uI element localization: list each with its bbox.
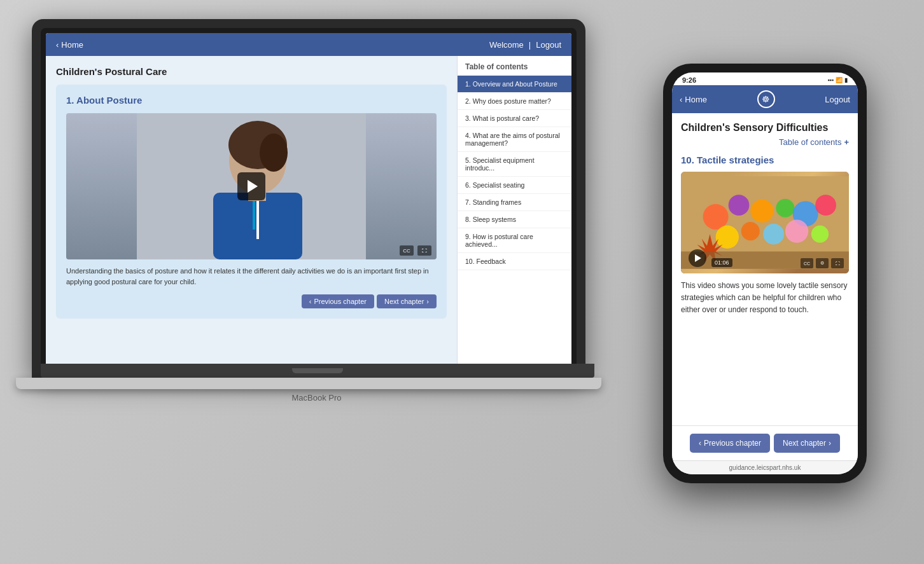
video-player[interactable]: CC ⛶	[66, 113, 437, 259]
chapter-title: 1. About Posture	[66, 95, 437, 106]
home-label: Home	[61, 40, 83, 50]
scene: ‹ Home Welcome | Logout Children's Postu…	[0, 0, 924, 564]
phone-url-text: guidance.leicspart.nhs.uk	[729, 464, 801, 471]
phone-home-link[interactable]: ‹ Home	[680, 95, 707, 104]
next-chapter-button[interactable]: Next chapter ›	[377, 294, 437, 308]
phone-fullscreen-icon[interactable]: ⛶	[831, 258, 844, 268]
toc-item-5[interactable]: 5. Specialist equipment introduc...	[458, 152, 571, 177]
laptop: ‹ Home Welcome | Logout Children's Postu…	[32, 19, 601, 402]
phone-status-bar: 9:26 ▪▪▪ 📶 ▮	[672, 72, 858, 85]
phone-chapter-description: This video shows you some lovely tactile…	[681, 280, 849, 317]
course-title: Children's Postural Care	[56, 66, 447, 77]
phone-toc-row: Table of contents +	[681, 137, 849, 147]
laptop-camera	[292, 368, 343, 373]
phone-previous-chapter-button[interactable]: ‹ Previous chapter	[690, 434, 770, 453]
user-actions: Welcome | Logout	[489, 40, 561, 50]
toc-item-8[interactable]: 8. Sleep systems	[458, 211, 571, 228]
course-card: 1. About Posture	[56, 85, 447, 319]
fullscreen-icon[interactable]: ⛶	[417, 245, 431, 256]
svg-point-13	[776, 199, 794, 217]
phone: 9:26 ▪▪▪ 📶 ▮ ‹ Home ☸ Logout	[663, 64, 867, 483]
svg-point-16	[716, 226, 739, 249]
laptop-brand: MacBook Pro	[32, 393, 601, 402]
svg-point-4	[260, 134, 288, 172]
phone-play-button[interactable]	[689, 249, 706, 267]
laptop-bezel: ‹ Home Welcome | Logout Children's Postu…	[41, 28, 577, 364]
battery-icon: ▮	[844, 77, 848, 83]
laptop-screen: ‹ Home Welcome | Logout Children's Postu…	[46, 33, 571, 364]
toc-item-9[interactable]: 9. How is postural care achieved...	[458, 228, 571, 253]
laptop-outer: ‹ Home Welcome | Logout Children's Postu…	[32, 19, 585, 378]
svg-point-19	[785, 219, 808, 242]
wifi-icon: 📶	[836, 77, 843, 83]
svg-point-12	[750, 200, 773, 223]
previous-label: Previous chapter	[314, 298, 367, 305]
logout-link[interactable]: Logout	[536, 40, 561, 50]
toc-item-6[interactable]: 6. Specialist seating	[458, 177, 571, 194]
toc-header: Table of contents	[458, 56, 571, 76]
phone-url-bar: guidance.leicspart.nhs.uk	[672, 460, 858, 474]
phone-previous-label: Previous chapter	[704, 439, 761, 448]
phone-video-controls: CC ⚙ ⛶	[801, 258, 844, 268]
video-controls: CC ⛶	[400, 245, 431, 256]
phone-cc-icon[interactable]: CC	[801, 258, 813, 268]
phone-course-title: Children's Sensory Difficulties	[681, 122, 849, 134]
phone-navbar: ‹ Home ☸ Logout	[672, 85, 858, 113]
phone-toc-link[interactable]: Table of contents +	[779, 137, 849, 147]
svg-point-18	[763, 224, 784, 245]
toc-item-1[interactable]: 1. Overview and About Posture	[458, 76, 571, 93]
next-label: Next chapter	[384, 298, 424, 305]
phone-video-player[interactable]: 01:06 CC ⚙ ⛶	[681, 172, 849, 273]
toc-item-7[interactable]: 7. Standing frames	[458, 194, 571, 211]
phone-screen: 9:26 ▪▪▪ 📶 ▮ ‹ Home ☸ Logout	[672, 72, 858, 474]
phone-toc-toggle-icon: +	[844, 137, 849, 147]
table-of-contents: Table of contents 1. Overview and About …	[457, 56, 571, 364]
play-button[interactable]	[237, 172, 265, 200]
separator: |	[529, 40, 531, 50]
welcome-text: Welcome	[489, 40, 524, 50]
toc-item-3[interactable]: 3. What is postural care?	[458, 110, 571, 127]
toc-item-4[interactable]: 4. What are the aims of postural managem…	[458, 127, 571, 152]
signal-icon: ▪▪▪	[827, 77, 834, 83]
phone-content: Children's Sensory Difficulties Table of…	[672, 113, 858, 425]
chevron-left-icon: ‹	[309, 298, 312, 305]
phone-video-time: 01:06	[711, 258, 732, 267]
chapter-description: Understanding the basics of posture and …	[66, 266, 437, 287]
svg-rect-7	[256, 201, 259, 239]
phone-logout[interactable]: Logout	[825, 95, 850, 104]
chapter-navigation: ‹ Previous chapter Next chapter ›	[66, 294, 437, 308]
previous-chapter-button[interactable]: ‹ Previous chapter	[302, 294, 374, 308]
phone-settings-icon[interactable]: ⚙	[816, 258, 829, 268]
laptop-base	[41, 364, 594, 378]
phone-time: 9:26	[682, 76, 696, 84]
laptop-bottom	[16, 378, 601, 389]
chevron-left-icon: ‹	[680, 95, 682, 104]
svg-point-10	[703, 204, 729, 230]
svg-point-20	[811, 226, 829, 243]
chevron-left-icon: ‹	[56, 40, 59, 50]
chevron-right-icon: ›	[829, 439, 831, 448]
phone-chapter-title: 10. Tactile strategies	[681, 155, 849, 165]
phone-outer: 9:26 ▪▪▪ 📶 ▮ ‹ Home ☸ Logout	[663, 64, 867, 483]
toc-item-10[interactable]: 10. Feedback	[458, 253, 571, 270]
chevron-right-icon: ›	[426, 298, 429, 305]
svg-rect-8	[253, 201, 255, 230]
svg-point-17	[741, 222, 760, 240]
laptop-navbar: ‹ Home Welcome | Logout	[46, 33, 571, 56]
phone-next-label: Next chapter	[783, 439, 826, 448]
phone-logout-label: Logout	[825, 95, 850, 104]
phone-toc-label: Table of contents	[779, 137, 841, 147]
cc-icon[interactable]: CC	[400, 245, 414, 256]
laptop-main: Children's Postural Care 1. About Postur…	[46, 56, 457, 364]
accessibility-icon[interactable]: ☸	[757, 90, 775, 108]
chevron-left-icon: ‹	[699, 439, 701, 448]
phone-home-label: Home	[685, 95, 707, 104]
svg-point-15	[815, 195, 836, 216]
phone-next-chapter-button[interactable]: Next chapter ›	[774, 434, 840, 453]
toc-item-2[interactable]: 2. Why does posture matter?	[458, 93, 571, 110]
status-icons: ▪▪▪ 📶 ▮	[827, 77, 848, 83]
svg-point-11	[729, 195, 750, 216]
laptop-content: Children's Postural Care 1. About Postur…	[46, 56, 571, 364]
phone-chapter-navigation: ‹ Previous chapter Next chapter ›	[672, 425, 858, 460]
home-link[interactable]: ‹ Home	[56, 40, 83, 50]
